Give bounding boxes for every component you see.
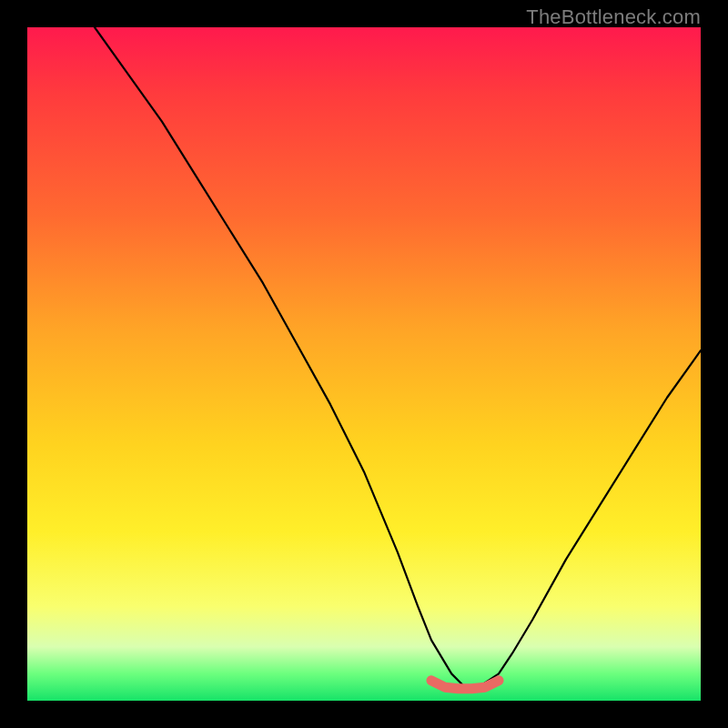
curve-layer [27, 27, 701, 701]
main-curve-path [95, 27, 701, 687]
watermark-label: TheBottleneck.com [526, 5, 701, 29]
chart-frame: TheBottleneck.com [0, 0, 728, 728]
plot-area [27, 27, 701, 701]
flat-band-path [431, 681, 499, 689]
